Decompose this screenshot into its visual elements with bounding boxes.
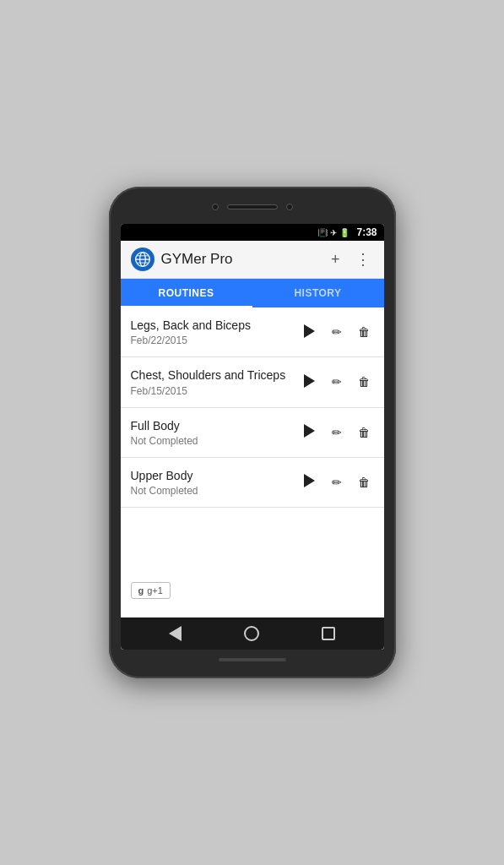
play-button[interactable] [300, 424, 320, 440]
routine-status: Not Completed [131, 485, 293, 497]
phone-nav-bar [121, 617, 384, 650]
play-icon [304, 474, 315, 487]
battery-icon: 🔋 [339, 228, 350, 237]
tabs-bar: ROUTINES HISTORY [121, 279, 384, 307]
recent-icon [322, 627, 335, 640]
phone-top-bezel [121, 202, 384, 215]
app-logo [131, 248, 154, 271]
play-button[interactable] [300, 374, 320, 390]
list-item: Upper Body Not Completed ✏ 🗑 [121, 458, 384, 508]
routine-info: Upper Body Not Completed [131, 468, 293, 497]
g1-label: g+1 [147, 585, 163, 596]
routine-info: Legs, Back and Biceps Feb/22/2015 [131, 318, 293, 346]
delete-button[interactable]: 🗑 [354, 426, 374, 439]
edit-button[interactable]: ✏ [327, 325, 347, 339]
add-button[interactable]: + [328, 249, 344, 270]
home-icon [244, 626, 259, 641]
status-time: 7:38 [356, 226, 377, 238]
bottom-content: g g+1 [121, 508, 384, 609]
edit-button[interactable]: ✏ [327, 476, 347, 489]
play-icon [304, 324, 315, 338]
tab-history[interactable]: HISTORY [252, 279, 384, 307]
status-bar: 📳 ✈ 🔋 7:38 [121, 224, 384, 241]
tab-routines[interactable]: ROUTINES [121, 279, 252, 307]
list-item: Chest, Shoulders and Triceps Feb/15/2015… [121, 357, 384, 407]
routine-info: Chest, Shoulders and Triceps Feb/15/2015 [131, 367, 293, 396]
routine-actions: ✏ 🗑 [300, 474, 374, 490]
edit-button[interactable]: ✏ [327, 426, 347, 439]
play-icon [304, 424, 315, 438]
phone-bottom-bezel [121, 658, 384, 661]
routine-date: Feb/15/2015 [131, 385, 293, 397]
list-item: Full Body Not Completed ✏ 🗑 [121, 408, 384, 458]
airplane-icon: ✈ [330, 228, 337, 237]
toolbar-actions: + ⋮ [328, 248, 374, 270]
app-title: GYMer Pro [161, 251, 321, 268]
delete-button[interactable]: 🗑 [354, 476, 374, 489]
phone-screen: 📳 ✈ 🔋 7:38 GYMer Pro + [121, 224, 384, 650]
vibrate-icon: 📳 [317, 228, 328, 237]
routine-actions: ✏ 🗑 [300, 424, 374, 440]
routine-status: Not Completed [131, 435, 293, 447]
routine-name: Legs, Back and Biceps [131, 318, 293, 333]
play-button[interactable] [300, 324, 320, 340]
routine-actions: ✏ 🗑 [300, 324, 374, 340]
status-icons: 📳 ✈ 🔋 [317, 228, 350, 237]
phone-speaker [227, 204, 278, 209]
routine-name: Full Body [131, 418, 293, 433]
g1-badge[interactable]: g g+1 [131, 582, 171, 599]
back-icon [169, 626, 182, 641]
phone-bottom-bar [219, 658, 286, 661]
routine-name: Chest, Shoulders and Triceps [131, 367, 293, 383]
more-button[interactable]: ⋮ [352, 248, 374, 270]
routine-name: Upper Body [131, 468, 293, 483]
sensor [286, 204, 293, 210]
delete-button[interactable]: 🗑 [354, 375, 374, 389]
app-toolbar: GYMer Pro + ⋮ [121, 241, 384, 279]
routine-actions: ✏ 🗑 [300, 374, 374, 390]
routine-date: Feb/22/2015 [131, 335, 293, 346]
phone-device: 📳 ✈ 🔋 7:38 GYMer Pro + [109, 187, 396, 678]
list-item: Legs, Back and Biceps Feb/22/2015 ✏ 🗑 [121, 307, 384, 357]
nav-back-button[interactable] [169, 626, 182, 641]
globe-icon [134, 251, 151, 268]
delete-button[interactable]: 🗑 [354, 325, 374, 339]
play-button[interactable] [300, 474, 320, 490]
routine-info: Full Body Not Completed [131, 418, 293, 447]
nav-home-button[interactable] [244, 626, 259, 641]
play-icon [304, 374, 315, 388]
g1-icon: g [138, 585, 144, 596]
nav-recent-button[interactable] [322, 627, 335, 640]
routines-list: Legs, Back and Biceps Feb/22/2015 ✏ 🗑 Ch… [121, 307, 384, 508]
edit-button[interactable]: ✏ [327, 375, 347, 389]
front-camera [212, 204, 219, 210]
